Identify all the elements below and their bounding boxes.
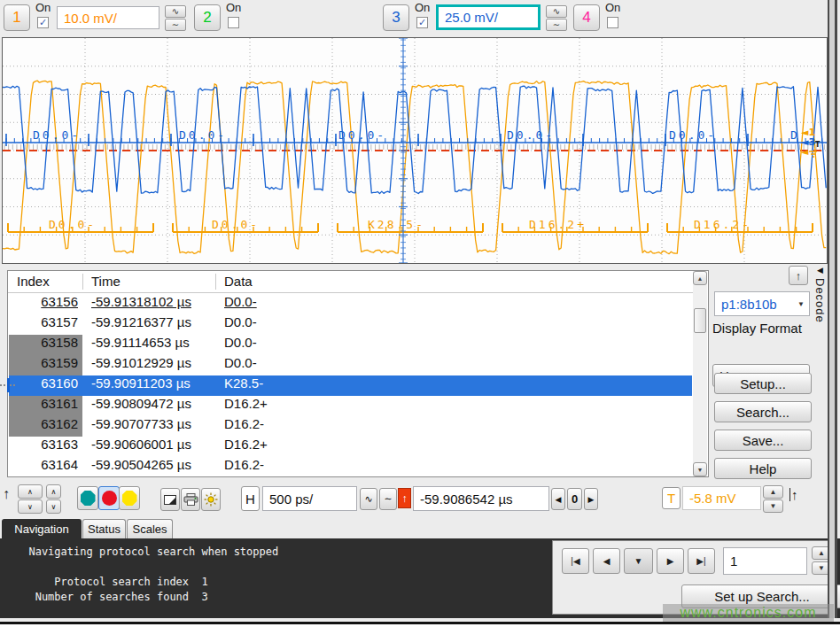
protocol-select[interactable]: p1:8b10b ▼ [714,291,810,316]
channel-3-button[interactable]: 3 [383,4,409,31]
horizontal-button[interactable]: H [241,486,260,511]
trigger-marker-icon: ↑ [789,488,798,501]
tilde-icon: ∼ [553,20,560,29]
col-header-data[interactable]: Data [224,274,253,289]
cell-index: 63163 [41,437,78,452]
cell-index: 63164 [41,457,78,472]
channel-4-on-checkbox[interactable] [607,17,618,28]
collapse-up-button[interactable]: ↑ [789,266,808,285]
table-row[interactable]: 63164-59.90504265 µsD16.2- [9,457,692,477]
decode-label: D0.0- [212,218,260,231]
scroll-up-button[interactable]: ▲ [693,271,707,285]
cell-time: -59.90606001 µs [91,437,191,452]
tab-navigation[interactable]: Navigation [2,519,82,538]
nav-last-button[interactable]: ▶| [688,548,715,574]
nav-first-button[interactable]: |◀ [562,548,589,574]
decode-label: D0.0- [338,128,386,142]
level-up-button[interactable]: ▲ [763,485,783,499]
table-row[interactable]: 63162-59.90707733 µsD16.2- [9,416,692,437]
display-format-label: Display Format [712,321,802,336]
single-button[interactable] [119,486,140,510]
edge-markers: ◄1◄3T◄ [801,127,821,158]
table-row[interactable]: 63158-59.91114653 µsD0.0- [9,335,692,355]
channel-3-scale-down-button[interactable]: ∼ [546,19,567,31]
table-row[interactable]: 63163-59.90606001 µsD16.2+ [9,437,692,457]
search-button[interactable]: Search... [714,401,812,422]
col-header-time[interactable]: Time [91,274,121,289]
horizontal-position-field[interactable]: -59.9086542 µs [413,486,549,511]
touch-screen-button[interactable] [160,488,180,511]
scale-expand-button[interactable]: ∿ [360,488,377,510]
down-icon: ▼ [634,556,643,566]
pan-right-button[interactable]: ▶ [584,488,598,510]
timebase-scale-field[interactable]: 500 ps/ [262,486,357,511]
print-button[interactable] [181,488,200,511]
channel-4-on-label: On [605,1,620,14]
table-row[interactable]: 63157-59.91216377 µsD0.0- [9,314,692,335]
channel-3-on-checkbox[interactable]: ✓ [416,17,428,28]
scrollbar-thumb[interactable] [694,308,706,333]
zero-position-button[interactable]: 0 [567,488,582,510]
setup-button[interactable]: Setup... [714,373,812,394]
channel-1-scale-up-button[interactable]: ∿ [165,5,186,18]
brightness-button[interactable] [201,488,221,511]
channel-2-button[interactable]: 2 [194,4,221,31]
table-row[interactable]: 63161-59.90809472 µsD16.2+ [9,396,692,416]
channel-1-button[interactable]: 1 [4,4,30,31]
fine-down-button[interactable]: ∨ [46,499,61,514]
spin-down-icon: ▼ [770,502,777,510]
channel-2-on-checkbox[interactable] [228,17,239,28]
zoom-up-button[interactable]: ∧ [18,484,43,499]
table-scrollbar[interactable]: ▲ ▼ [693,271,707,476]
channel-3-scale-up-button[interactable]: ∿ [546,5,567,18]
scale-compress-button[interactable]: ∼ [379,488,397,510]
level-down-button[interactable]: ▼ [763,499,783,513]
screen-icon [164,495,176,505]
decode-label: D0.0- [179,128,227,142]
stop-button[interactable] [98,486,120,510]
decode-label: K28.5- [368,218,425,231]
tab-status[interactable]: Status [82,519,126,538]
channel-4-button[interactable]: 4 [573,4,600,31]
nav-stop-button[interactable]: ▼ [624,548,653,574]
table-row[interactable]: 63159-59.91012929 µsD0.0- [9,355,692,375]
decode-side-tab[interactable]: ◀ Decode [812,266,828,531]
help-button[interactable]: Help [714,458,812,479]
scroll-down-button[interactable]: ▼ [693,462,707,476]
sine-icon: ∿ [364,493,372,505]
table-row[interactable]: 63156-59.91318102 µsD0.0- [9,294,692,314]
oscilloscope-app: 1 On ✓ 10.0 mV/ ∿ ∼ 2 On 3 On ✓ 25.0 mV/… [0,0,840,627]
watermark: www.cntronics.com [663,604,834,622]
col-header-index[interactable]: Index [17,274,50,289]
cell-index: 63161 [41,396,78,411]
nav-next-button[interactable]: ▶ [657,548,684,574]
run-button[interactable] [77,486,98,510]
decode-tab-label: Decode [813,278,827,323]
tab-scales[interactable]: Scales [127,519,173,538]
trigger-button[interactable]: T [662,487,681,509]
channel-bar: 1 On ✓ 10.0 mV/ ∿ ∼ 2 On 3 On ✓ 25.0 mV/… [0,0,828,37]
channel-1-on-checkbox[interactable]: ✓ [37,17,49,28]
fine-up-button[interactable]: ∧ [46,484,61,499]
channel-3-scale-field[interactable]: 25.0 mV/ [436,4,541,30]
trigger-edge-icon: ↑ [398,488,411,508]
trigger-level-field[interactable]: -5.8 mV [682,486,761,510]
table-row[interactable]: 63160-59.90911203 µsK28.5- [9,375,692,396]
cell-index: 63160 [41,375,78,391]
cell-index: 63159 [41,355,78,370]
pan-left-button[interactable]: ◀ [551,488,565,510]
decode-label: D0.0- [507,128,555,142]
save-button[interactable]: Save... [714,430,812,451]
nav-prev-button[interactable]: ◀ [593,548,620,574]
channel-1-scale-field[interactable]: 10.0 mV/ [57,6,159,29]
cell-index: 63157 [41,314,78,329]
left-arrow-icon: ◀ [556,495,562,504]
search-index-field[interactable]: 1 [723,547,807,575]
waveform-display[interactable]: D0.0-D0.0-D0.0-D0.0-D0.0-DD0.0-D0.0-K28.… [2,37,828,264]
last-icon: ▶| [696,556,705,566]
cell-data: D16.2- [224,416,264,431]
channel-1-scale-down-button[interactable]: ∼ [165,19,186,31]
zoom-down-button[interactable]: ∨ [18,499,43,514]
chevron-down-icon: ∨ [51,503,57,511]
spin-down-icon: ▼ [818,564,825,572]
